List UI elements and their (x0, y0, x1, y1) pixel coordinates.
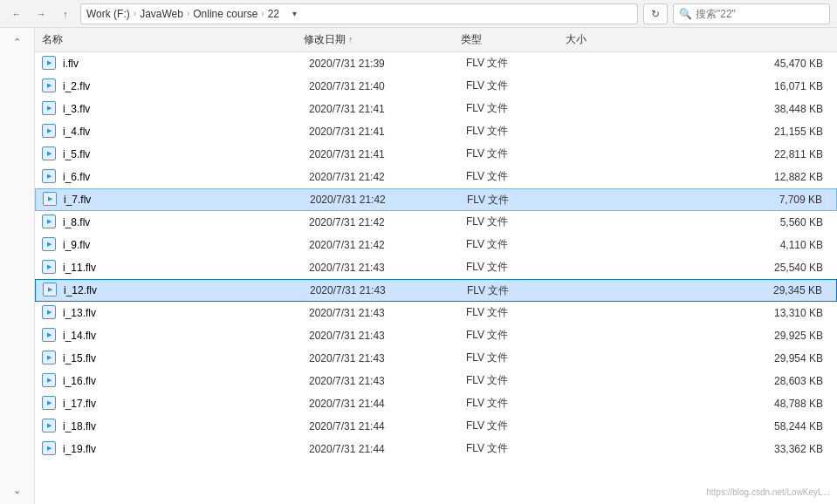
table-row[interactable]: i_19.flv 2020/7/31 21:44 FLV 文件 33,362 K… (35, 438, 837, 460)
breadcrumb-folder2: Online course (193, 8, 257, 20)
file-date: 2020/7/31 21:39 (309, 58, 466, 70)
file-icon (42, 124, 58, 140)
file-name: i_14.flv (63, 330, 309, 342)
file-size: 58,244 KB (571, 420, 837, 432)
table-row[interactable]: i_8.flv 2020/7/31 21:42 FLV 文件 5,560 KB (35, 211, 837, 234)
table-row[interactable]: i_4.flv 2020/7/31 21:41 FLV 文件 21,155 KB (35, 120, 837, 143)
file-size: 48,788 KB (571, 398, 837, 410)
forward-button[interactable]: → (31, 4, 51, 24)
file-date: 2020/7/31 21:41 (309, 103, 466, 115)
breadcrumb-folder3: 22 (268, 8, 279, 20)
file-type: FLV 文件 (466, 328, 571, 343)
file-size: 33,362 KB (571, 443, 837, 455)
file-name: i_16.flv (63, 375, 309, 387)
file-date: 2020/7/31 21:44 (309, 443, 466, 455)
file-name: i_9.flv (63, 239, 309, 251)
col-name-header[interactable]: 名称 (42, 32, 304, 47)
file-size: 4,110 KB (571, 239, 837, 251)
file-size: 45,470 KB (571, 58, 837, 70)
file-date: 2020/7/31 21:44 (309, 398, 466, 410)
file-type: FLV 文件 (466, 419, 571, 433)
file-type: FLV 文件 (466, 146, 571, 161)
table-row[interactable]: i_13.flv 2020/7/31 21:43 FLV 文件 13,310 K… (35, 302, 837, 324)
file-size: 29,925 KB (571, 330, 837, 342)
file-date: 2020/7/31 21:43 (310, 284, 467, 296)
up-button[interactable]: ↑ (56, 4, 75, 24)
file-name: i_19.flv (63, 443, 309, 455)
file-icon (42, 169, 58, 185)
file-name: i_4.flv (63, 126, 309, 138)
file-date: 2020/7/31 21:43 (309, 307, 466, 319)
file-size: 13,310 KB (571, 307, 837, 319)
table-row[interactable]: i_12.flv 2020/7/31 21:43 FLV 文件 29,345 K… (35, 279, 837, 302)
col-date-header[interactable]: 修改日期 ↑ (304, 32, 461, 47)
table-row[interactable]: i_14.flv 2020/7/31 21:43 FLV 文件 29,925 K… (35, 324, 837, 347)
table-row[interactable]: i_16.flv 2020/7/31 21:43 FLV 文件 28,603 K… (35, 370, 837, 392)
file-icon (42, 78, 58, 94)
table-row[interactable]: i_15.flv 2020/7/31 21:43 FLV 文件 29,954 K… (35, 347, 837, 370)
table-row[interactable]: i_6.flv 2020/7/31 21:42 FLV 文件 12,882 KB (35, 166, 837, 188)
table-row[interactable]: i_9.flv 2020/7/31 21:42 FLV 文件 4,110 KB (35, 234, 837, 256)
refresh-button[interactable]: ↻ (643, 3, 668, 24)
file-icon (42, 260, 58, 276)
scroll-down-button[interactable]: ⌄ (7, 480, 28, 501)
file-size: 21,155 KB (571, 126, 837, 138)
file-type: FLV 文件 (466, 396, 571, 411)
file-name: i_6.flv (63, 171, 309, 183)
file-type: FLV 文件 (466, 351, 571, 365)
table-row[interactable]: i_5.flv 2020/7/31 21:41 FLV 文件 22,811 KB (35, 143, 837, 166)
file-size: 22,811 KB (571, 148, 837, 160)
table-row[interactable]: i_7.flv 2020/7/31 21:42 FLV 文件 7,709 KB (35, 188, 837, 211)
file-icon (42, 373, 58, 389)
search-input[interactable] (696, 8, 824, 20)
scroll-up-button[interactable]: ⌃ (7, 31, 28, 52)
table-row[interactable]: i_2.flv 2020/7/31 21:40 FLV 文件 16,071 KB (35, 75, 837, 98)
back-button[interactable]: ← (7, 4, 26, 24)
file-icon (42, 328, 58, 344)
main-layout: ⌃ ⌄ 名称 修改日期 ↑ 类型 大小 (0, 28, 837, 504)
breadcrumb-dropdown[interactable]: ▾ (286, 6, 302, 22)
file-size: 7,709 KB (572, 194, 836, 206)
file-icon (42, 146, 58, 162)
file-type: FLV 文件 (467, 283, 572, 298)
file-list[interactable]: i.flv 2020/7/31 21:39 FLV 文件 45,470 KB i… (35, 52, 837, 504)
file-name: i_13.flv (63, 307, 309, 319)
file-date: 2020/7/31 21:42 (310, 194, 467, 206)
file-name: i_8.flv (63, 216, 309, 228)
sep3: › (261, 9, 264, 18)
file-name: i_15.flv (63, 352, 309, 364)
breadcrumb-drive: Work (F:) (86, 8, 130, 20)
file-type: FLV 文件 (466, 124, 571, 139)
table-row[interactable]: i_3.flv 2020/7/31 21:41 FLV 文件 38,448 KB (35, 98, 837, 120)
file-icon (42, 351, 58, 366)
col-type-header[interactable]: 类型 (461, 32, 566, 47)
file-type: FLV 文件 (466, 215, 571, 229)
search-icon: 🔍 (679, 8, 692, 20)
file-size: 38,448 KB (571, 103, 837, 115)
file-icon (43, 283, 58, 298)
file-date: 2020/7/31 21:40 (309, 80, 466, 92)
file-name: i_5.flv (63, 148, 309, 160)
file-name: i_12.flv (64, 284, 310, 296)
file-icon (42, 237, 58, 253)
sep1: › (134, 9, 136, 18)
file-content: 名称 修改日期 ↑ 类型 大小 i.flv 2020/7/31 21:39 FL… (35, 28, 837, 504)
date-sort-icon: ↑ (348, 35, 353, 44)
title-bar: ← → ↑ Work (F:) › JavaWeb › Online cours… (0, 0, 837, 28)
file-type: FLV 文件 (467, 193, 572, 208)
file-name: i_11.flv (63, 262, 309, 274)
address-bar[interactable]: Work (F:) › JavaWeb › Online course › 22… (80, 3, 638, 24)
table-row[interactable]: i.flv 2020/7/31 21:39 FLV 文件 45,470 KB (35, 52, 837, 75)
table-row[interactable]: i_11.flv 2020/7/31 21:43 FLV 文件 25,540 K… (35, 256, 837, 279)
file-name: i_18.flv (63, 420, 309, 432)
file-name: i.flv (63, 58, 309, 70)
file-date: 2020/7/31 21:43 (309, 375, 466, 387)
file-type: FLV 文件 (466, 260, 571, 275)
col-size-header[interactable]: 大小 (566, 32, 837, 47)
file-icon (42, 419, 58, 434)
table-row[interactable]: i_18.flv 2020/7/31 21:44 FLV 文件 58,244 K… (35, 415, 837, 438)
table-row[interactable]: i_17.flv 2020/7/31 21:44 FLV 文件 48,788 K… (35, 392, 837, 415)
file-size: 16,071 KB (571, 80, 837, 92)
file-date: 2020/7/31 21:43 (309, 352, 466, 364)
file-size: 25,540 KB (571, 262, 837, 274)
